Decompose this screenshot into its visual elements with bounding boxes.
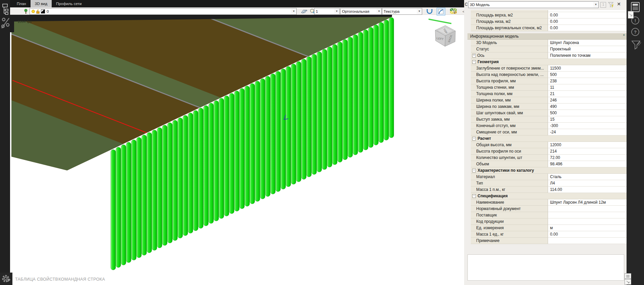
table-row[interactable]: Толщина стенки, мм11 xyxy=(471,84,627,91)
projection-combobox[interactable]: Ортогональная ▼ xyxy=(340,8,382,15)
table-row[interactable]: Объем98.496 xyxy=(471,161,627,167)
line-width-combobox[interactable]: 1 ▼ xyxy=(314,8,340,15)
table-row[interactable]: Высота над поверхностью земли, ...500 xyxy=(471,72,627,78)
property-value[interactable]: 246 xyxy=(548,97,627,104)
viewport-3d[interactable]: 1064 fps TOP LEFT BACK xyxy=(10,15,464,285)
banner-row[interactable]: Информационная модель« xyxy=(467,33,627,40)
property-value[interactable]: 21 xyxy=(548,91,627,97)
chevron-down-icon[interactable]: ▼ xyxy=(593,2,598,7)
properties-view-icon[interactable] xyxy=(631,2,639,12)
fit-view-icon[interactable] xyxy=(437,8,445,15)
table-row[interactable]: Код продукции xyxy=(471,218,627,225)
layer-combobox[interactable]: 0 ▼ xyxy=(30,8,297,15)
panel-collapse-button[interactable] xyxy=(628,11,634,18)
table-row[interactable]: Масса 1 п.м., кг114.00 xyxy=(471,187,627,193)
table-row[interactable]: Ширина по замкам, мм490 xyxy=(471,104,627,110)
table-row[interactable]: 3D МодельШпунт Ларсена xyxy=(471,40,627,46)
help-icon[interactable]: ? xyxy=(632,28,639,36)
property-value[interactable]: 11500 xyxy=(548,65,627,72)
collapse-box-icon[interactable]: − xyxy=(472,60,476,64)
close-icon[interactable]: ✕ xyxy=(616,1,622,7)
table-row[interactable]: Высота профиля, мм238 xyxy=(471,78,627,84)
table-row[interactable]: +ОсьПолилиния по точкам xyxy=(471,52,627,59)
property-value[interactable]: Шпунт Ларсена xyxy=(548,40,627,46)
tab-3d-view[interactable]: 3D вид xyxy=(31,0,52,7)
property-value[interactable] xyxy=(548,212,627,218)
table-row[interactable]: НаименованиеШпунт Ларсен Л4 длиной 12м xyxy=(471,199,627,206)
property-value[interactable] xyxy=(548,218,627,225)
group-row[interactable]: −Расчет xyxy=(471,135,627,142)
table-row[interactable]: Количество шпунтин, шт72.00 xyxy=(471,155,627,161)
collapse-box-icon[interactable]: − xyxy=(472,169,476,172)
chevron-down-icon[interactable]: ▼ xyxy=(291,9,296,14)
group-row[interactable]: −Характеристики по каталогу xyxy=(471,167,627,174)
table-row[interactable]: Выступ замка, мм15 xyxy=(471,116,627,123)
property-value[interactable]: м xyxy=(548,225,627,231)
grid-cursor-icon[interactable] xyxy=(449,8,457,14)
table-row[interactable]: Шаг шпунтовых свай, мм500 xyxy=(471,110,627,116)
property-value[interactable]: Л4 xyxy=(548,180,627,187)
group-row[interactable]: −Спецификация xyxy=(471,193,627,199)
table-row[interactable]: Площадь низа, м20.00 xyxy=(471,18,627,25)
property-value[interactable]: 500 xyxy=(548,72,627,78)
table-row[interactable]: Масса 1 ед., кг0.00 xyxy=(471,231,627,238)
table-view-button[interactable] xyxy=(625,273,631,279)
table-row[interactable]: Смещение от оси, мм-24 xyxy=(471,129,627,135)
group-row[interactable]: −Геометрия xyxy=(471,59,627,65)
render-mode-combobox[interactable]: Текстура ▼ xyxy=(382,8,422,15)
table-row[interactable]: Толщина полки, мм21 xyxy=(471,91,627,97)
property-value[interactable]: 15 xyxy=(548,116,627,123)
property-value[interactable]: Проектный xyxy=(548,46,627,52)
chevron-down-icon[interactable]: ▼ xyxy=(377,9,382,14)
badge-count-icon[interactable]: 1 xyxy=(600,2,606,8)
table-row[interactable]: Примечание xyxy=(471,238,627,244)
property-value[interactable]: Полилиния по точкам xyxy=(548,52,627,59)
property-value[interactable]: -24 xyxy=(548,129,627,135)
property-value[interactable]: -300 xyxy=(548,123,627,129)
table-row[interactable]: СтатусПроектный xyxy=(471,46,627,52)
property-value[interactable]: 0.00 xyxy=(548,18,627,25)
property-value[interactable]: 114.00 xyxy=(548,187,627,193)
table-row[interactable]: Нормативный документ xyxy=(471,206,627,212)
property-value[interactable] xyxy=(548,206,627,212)
sections-icon[interactable] xyxy=(2,18,9,28)
table-row[interactable]: Конечный отступ, мм-300 xyxy=(471,123,627,129)
filter-funnel-icon[interactable] xyxy=(632,41,641,49)
chevron-down-icon[interactable]: ▼ xyxy=(417,9,422,14)
tree-icon[interactable] xyxy=(23,8,29,14)
table-row[interactable]: Заглубление от поверхности змем...11500 xyxy=(471,65,627,72)
filter-lightning-icon[interactable] xyxy=(608,1,615,8)
table-row[interactable]: МатериалСталь xyxy=(471,174,627,180)
property-value[interactable]: 0.00 xyxy=(548,25,627,31)
command-line-toggle[interactable]: КОМАНДНАЯ СТРОКА xyxy=(58,277,105,282)
arrow-view-button[interactable] xyxy=(625,279,631,285)
model-type-combobox[interactable]: 3D Модель ▼ xyxy=(468,1,599,8)
layers-icon[interactable] xyxy=(300,8,309,14)
orbit-icon[interactable] xyxy=(426,8,434,14)
property-value[interactable]: 98.496 xyxy=(548,161,627,167)
property-value[interactable] xyxy=(548,238,627,244)
property-value[interactable]: 12000 xyxy=(548,142,627,148)
collapse-box-icon[interactable]: − xyxy=(472,194,476,198)
table-row[interactable]: Поставщик xyxy=(471,212,627,218)
property-value[interactable]: 490 xyxy=(548,104,627,110)
table-row[interactable]: Ед. измерениям xyxy=(471,225,627,231)
expand-box-icon[interactable]: + xyxy=(472,54,476,57)
property-value[interactable]: 500 xyxy=(548,110,627,116)
table-row[interactable]: Площадь вертикальных стенок, м20.00 xyxy=(471,25,627,31)
property-value[interactable]: 238 xyxy=(548,78,627,84)
table-row[interactable]: ТипЛ4 xyxy=(471,180,627,187)
chevron-down-icon[interactable]: ▼ xyxy=(334,9,339,14)
property-value[interactable]: Шпунт Ларсен Л4 длиной 12м xyxy=(548,199,627,206)
properties-table-toggle[interactable]: ТАБЛИЦА СВОЙСТВ xyxy=(15,277,58,282)
collapse-chevron-icon[interactable]: « xyxy=(622,34,626,39)
property-value[interactable]: 0.00 xyxy=(548,12,627,18)
tab-plan[interactable]: План xyxy=(12,0,31,7)
table-row[interactable]: Общая высота, мм12000 xyxy=(471,142,627,148)
table-row[interactable]: Ширина полки, мм246 xyxy=(471,97,627,104)
property-value[interactable]: 72.00 xyxy=(548,155,627,161)
hierarchy-icon[interactable] xyxy=(3,4,8,14)
collapse-box-icon[interactable]: − xyxy=(472,137,476,140)
table-row[interactable]: Площадь верха, м20.00 xyxy=(471,12,627,18)
table-row[interactable]: Высота профиля по оси214 xyxy=(471,148,627,155)
